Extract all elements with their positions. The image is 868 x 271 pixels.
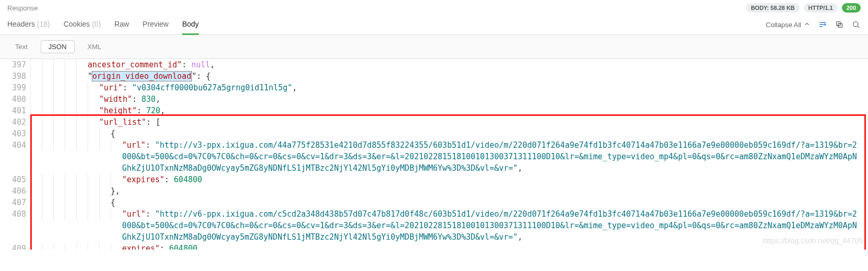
line-number: 404: [0, 139, 30, 151]
tab-label: Body: [182, 20, 199, 28]
code-line[interactable]: 408"url": "http://v6-ppx.ixigua.com/c5cd…: [0, 208, 868, 243]
collapse-all-button[interactable]: Collapse All: [766, 20, 811, 29]
svg-point-5: [853, 22, 858, 27]
status-pill: 200: [842, 3, 861, 13]
tab-label: Headers: [7, 20, 35, 28]
line-number: 400: [0, 93, 30, 105]
tab-label: Raw: [114, 20, 129, 28]
code-content: },: [111, 185, 868, 197]
line-number: 399: [0, 82, 30, 93]
subtab-xml[interactable]: XML: [80, 40, 110, 53]
line-number: 407: [0, 197, 30, 208]
code-content: expires": 604800: [122, 243, 868, 250]
line-number: 398: [0, 70, 30, 82]
json-viewer[interactable]: https://blog.csdn.net/qq_44705 397ancest…: [0, 59, 868, 250]
code-line[interactable]: 400"width": 830,: [0, 93, 868, 105]
watermark: https://blog.csdn.net/qq_44705: [763, 235, 863, 246]
line-number: 401: [0, 105, 30, 116]
response-title: Response: [7, 4, 38, 12]
tab-cookies[interactable]: Cookies (0): [64, 15, 101, 34]
line-number: 402: [0, 116, 30, 128]
line-number: 408: [0, 208, 30, 220]
code-content: "origin_video_download": {: [88, 70, 868, 82]
tab-preview[interactable]: Preview: [142, 15, 168, 34]
line-number: 409: [0, 243, 30, 250]
line-number: 406: [0, 185, 30, 197]
body-size-pill: BODY: 58.28 KB: [746, 3, 799, 13]
code-content: "url_list": [: [99, 116, 868, 128]
code-line[interactable]: 405"expires": 604800: [0, 174, 868, 185]
tab-headers[interactable]: Headers (18): [7, 15, 50, 34]
code-line[interactable]: 397ancestor_comment_id": null,: [0, 59, 868, 70]
code-content: "url": "http://v3-ppx.ixigua.com/44a775f…: [122, 139, 868, 174]
response-header: Response BODY: 58.28 KB HTTP/1.1 200: [0, 0, 868, 15]
line-number: 405: [0, 174, 30, 185]
tab-body[interactable]: Body: [182, 15, 199, 34]
http-version-pill: HTTP/1.1: [804, 3, 838, 13]
copy-icon[interactable]: [835, 20, 844, 29]
code-line[interactable]: 401"height": 720,: [0, 105, 868, 116]
line-number: 403: [0, 128, 30, 139]
subtab-json[interactable]: JSON: [41, 40, 75, 53]
tab-raw[interactable]: Raw: [114, 15, 129, 34]
wrap-icon[interactable]: [818, 20, 827, 29]
code-line[interactable]: 406},: [0, 185, 868, 197]
chevron-up-icon: [803, 20, 811, 29]
code-line[interactable]: 403{: [0, 128, 868, 139]
code-line[interactable]: 399"uri": "v0304cff0000bu627a5grng0id11n…: [0, 82, 868, 93]
format-subtabs: TextJSONXML: [0, 35, 868, 59]
code-line[interactable]: 398"origin_video_download": {: [0, 70, 868, 82]
code-content: ancestor_comment_id": null,: [88, 59, 868, 70]
tab-count: (0): [92, 20, 101, 28]
search-icon[interactable]: [851, 20, 861, 29]
code-content: "uri": "v0304cff0000bu627a5grng0id11nl5g…: [99, 82, 868, 93]
code-line[interactable]: 404"url": "http://v3-ppx.ixigua.com/44a7…: [0, 139, 868, 174]
code-content: {: [111, 128, 868, 139]
code-content: "url": "http://v6-ppx.ixigua.com/c5cd2a3…: [122, 208, 868, 243]
line-number: 397: [0, 59, 30, 70]
code-line[interactable]: 409expires": 604800: [0, 243, 868, 250]
collapse-all-label: Collapse All: [766, 21, 801, 29]
tab-label: Cookies: [64, 20, 90, 28]
main-tabs-row: Headers (18)Cookies (0)Raw Preview Body …: [0, 15, 868, 35]
code-content: "expires": 604800: [122, 174, 868, 185]
code-line[interactable]: 407{: [0, 197, 868, 208]
code-content: "width": 830,: [99, 93, 868, 105]
code-content: {: [111, 197, 868, 208]
subtab-text[interactable]: Text: [7, 40, 35, 53]
code-content: "height": 720,: [99, 105, 868, 116]
tab-count: (18): [37, 20, 50, 28]
svg-line-6: [858, 26, 859, 28]
tab-label: Preview: [142, 20, 168, 28]
response-meta: BODY: 58.28 KB HTTP/1.1 200: [746, 3, 861, 13]
code-line[interactable]: 402"url_list": [: [0, 116, 868, 128]
